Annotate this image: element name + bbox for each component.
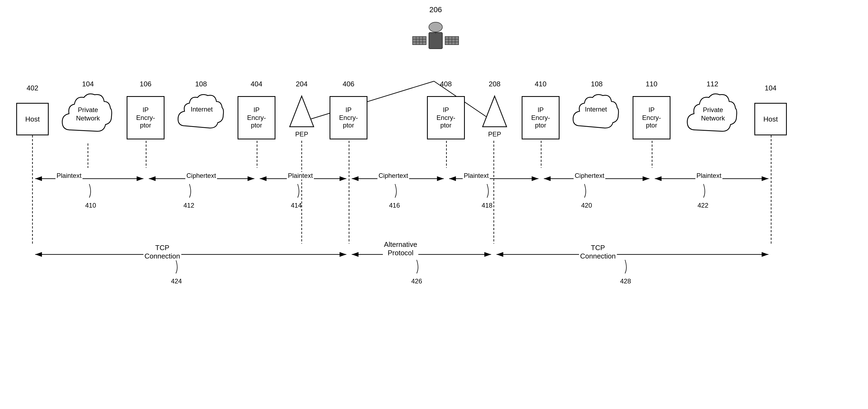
- satellite-label: 206: [409, 5, 463, 14]
- ref-label-104-right: 104: [754, 84, 787, 92]
- ref-label-410-node: 410: [522, 80, 560, 88]
- svg-point-38: [429, 22, 442, 32]
- diagram-container: 206 402 Host 104 Priva: [0, 0, 868, 409]
- ref-426: 426: [409, 277, 425, 285]
- label-plaintext-422: Plaintext: [695, 172, 722, 179]
- node-pep-left: PEP: [285, 95, 318, 138]
- satellite-icon: [411, 16, 460, 70]
- label-plaintext-418: Plaintext: [463, 172, 490, 179]
- label-alt-protocol: AlternativeProtocol: [383, 240, 418, 257]
- ref-label-402: 402: [16, 84, 49, 92]
- node-ip-enc-4: IPEncry-ptor: [427, 96, 465, 139]
- ref-420: 420: [579, 202, 595, 209]
- svg-marker-41: [483, 96, 507, 127]
- ref-label-104-left: 104: [62, 80, 114, 88]
- ref-label-110: 110: [632, 80, 671, 88]
- ref-label-108-right: 108: [573, 80, 620, 88]
- node-host-left: Host: [16, 103, 49, 135]
- label-tcp-left: TCPConnection: [144, 244, 181, 260]
- ref-label-204: 204: [285, 80, 318, 88]
- ref-label-106: 106: [127, 80, 164, 88]
- node-ip-enc-2: IPEncry-ptor: [238, 96, 275, 139]
- node-ip-enc-6: IPEncry-ptor: [632, 96, 671, 139]
- node-pep-right: PEP: [478, 95, 511, 138]
- node-internet-right: Internet: [571, 106, 621, 113]
- ref-label-406: 406: [330, 80, 367, 88]
- svg-marker-40: [290, 96, 314, 127]
- label-ciphertext-416: Ciphertext: [377, 172, 409, 179]
- ref-410: 410: [83, 202, 99, 209]
- ref-424: 424: [168, 277, 185, 285]
- ref-422: 422: [695, 202, 711, 209]
- ref-418: 418: [479, 202, 495, 209]
- ref-label-112: 112: [687, 80, 738, 88]
- ref-label-208: 208: [478, 80, 511, 88]
- label-tcp-right: TCPConnection: [579, 244, 617, 260]
- ref-416: 416: [386, 202, 403, 209]
- node-ip-enc-5: IPEncry-ptor: [522, 96, 560, 139]
- node-private-net-right: PrivateNetwork: [687, 106, 739, 122]
- label-plaintext-410: Plaintext: [56, 172, 83, 179]
- ref-label-404: 404: [238, 80, 275, 88]
- pep-right-triangle: [481, 95, 508, 129]
- ref-label-108-left: 108: [178, 80, 224, 88]
- svg-rect-31: [429, 32, 442, 49]
- satellite: 206: [409, 5, 463, 71]
- svg-line-11: [302, 81, 434, 122]
- node-private-net-left: PrivateNetwork: [62, 106, 114, 122]
- node-ip-enc-3: IPEncry-ptor: [330, 96, 367, 139]
- ref-428: 428: [617, 277, 634, 285]
- label-ciphertext-412: Ciphertext: [185, 172, 217, 179]
- node-host-right: Host: [754, 103, 787, 135]
- ref-412: 412: [181, 202, 197, 209]
- pep-left-triangle: [288, 95, 315, 129]
- label-ciphertext-420: Ciphertext: [574, 172, 605, 179]
- node-ip-enc-1: IPEncry-ptor: [127, 96, 164, 139]
- ref-414: 414: [288, 202, 304, 209]
- node-internet-left: Internet: [178, 106, 225, 113]
- ref-label-408: 408: [427, 80, 465, 88]
- label-plaintext-414: Plaintext: [287, 172, 314, 179]
